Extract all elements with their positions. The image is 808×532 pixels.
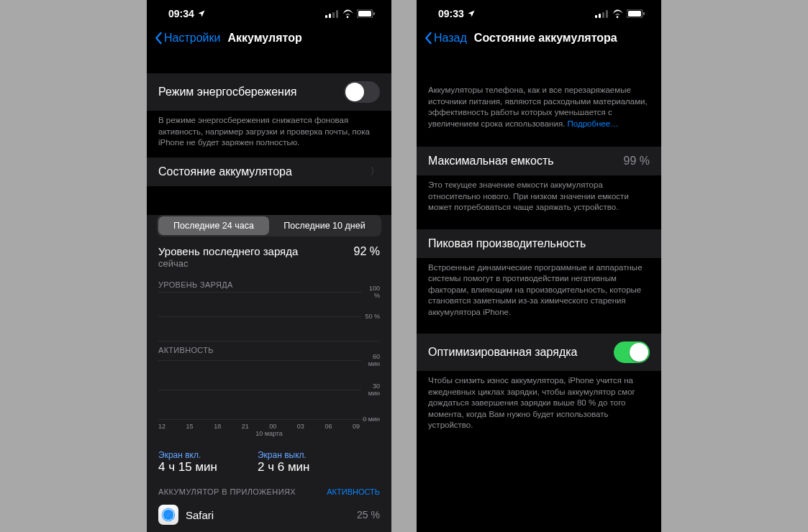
signal-icon <box>595 10 608 18</box>
chevron-left-icon <box>154 32 163 45</box>
screen-off-label: Экран выкл. <box>258 450 310 460</box>
low-power-mode-label: Режим энергосбережения <box>158 86 297 98</box>
svg-rect-12 <box>602 12 604 18</box>
svg-rect-11 <box>599 14 601 18</box>
svg-rect-6 <box>373 12 375 15</box>
signal-icon <box>325 10 338 18</box>
svg-rect-10 <box>595 15 597 18</box>
chevron-left-icon <box>424 32 432 45</box>
svg-rect-13 <box>606 10 608 18</box>
status-time: 09:34 <box>168 8 194 19</box>
screen-off-value: 2 ч 6 мин <box>258 460 310 474</box>
status-bar: 09:34 <box>147 0 391 23</box>
svg-rect-16 <box>643 12 645 15</box>
screen-on-label: Экран вкл. <box>158 450 217 460</box>
peak-performance-description: Встроенные динамические программные и ап… <box>417 258 661 327</box>
activity-chart-label: АКТИВНОСТЬ <box>158 341 380 357</box>
low-power-mode-description: В режиме энергосбережения снижается фоно… <box>147 111 391 157</box>
activity-link[interactable]: АКТИВНОСТЬ <box>327 487 380 496</box>
chart-x-axis-sub: 10 марта <box>158 430 380 443</box>
svg-rect-15 <box>628 11 641 17</box>
learn-more-link[interactable]: Подробнее… <box>568 119 619 128</box>
back-button[interactable]: Назад <box>424 32 467 45</box>
svg-rect-0 <box>325 15 327 18</box>
location-icon <box>197 9 206 18</box>
svg-rect-5 <box>358 11 371 17</box>
max-capacity-description: Это текущее значение емкости аккумулятор… <box>417 175 661 222</box>
svg-rect-2 <box>332 12 335 18</box>
apps-header: АККУМУЛЯТОР В ПРИЛОЖЕНИЯХ <box>158 487 296 496</box>
battery-health-label: Состояние аккумулятора <box>158 165 292 178</box>
safari-icon <box>158 505 178 525</box>
max-capacity-value: 99 % <box>624 155 650 168</box>
status-time: 09:33 <box>438 8 464 19</box>
back-button[interactable]: Настройки <box>154 32 220 45</box>
time-range-segmented-control[interactable]: Последние 24 часа Последние 10 дней <box>157 215 381 237</box>
location-icon <box>467 9 476 18</box>
battery-chart-label: УРОВЕНЬ ЗАРЯДА <box>158 276 380 292</box>
peak-performance-header: Пиковая производительность <box>417 229 661 258</box>
app-percentage: 25 % <box>357 509 380 520</box>
app-name: Safari <box>186 509 214 521</box>
battery-icon <box>627 9 645 18</box>
svg-point-9 <box>163 510 174 520</box>
last-charge-level-sub: сейчас <box>147 258 391 276</box>
last-charge-level-label: Уровень последнего заряда <box>158 245 298 259</box>
back-label: Настройки <box>164 32 220 45</box>
seg-24h[interactable]: Последние 24 часа <box>158 216 269 235</box>
nav-bar: Назад Состояние аккумулятора <box>417 23 661 52</box>
back-label: Назад <box>434 32 467 45</box>
last-charge-level-value: 92 % <box>354 245 380 258</box>
activity-chart: 60 мин 30 мин 0 мин <box>158 360 380 420</box>
optimized-charging-label: Оптимизированная зарядка <box>428 346 577 359</box>
optimized-charging-toggle[interactable] <box>614 341 650 363</box>
seg-10d[interactable]: Последние 10 дней <box>269 216 380 235</box>
low-power-mode-toggle[interactable] <box>344 81 380 103</box>
battery-icon <box>357 9 376 18</box>
screen-on-value: 4 ч 15 мин <box>158 460 217 474</box>
app-usage-row[interactable]: Safari 25 % <box>147 500 391 529</box>
wifi-icon <box>342 9 353 18</box>
battery-level-chart: 100 % 50 % <box>158 292 380 341</box>
page-title: Состояние аккумулятора <box>474 32 617 45</box>
chevron-right-icon: 〉 <box>370 165 380 178</box>
page-title: Аккумулятор <box>227 32 301 45</box>
max-capacity-label: Максимальная емкость <box>428 155 554 168</box>
max-capacity-row: Максимальная емкость 99 % <box>417 147 661 175</box>
svg-rect-3 <box>336 10 338 18</box>
svg-rect-1 <box>329 14 331 18</box>
battery-intro-text: Аккумуляторы телефона, как и все перезар… <box>417 81 661 138</box>
battery-health-screen: 09:33 Назад Состояние аккумулятора Аккум… <box>417 0 661 532</box>
chart-x-axis: 1215182100030609 <box>158 420 380 430</box>
battery-settings-screen: 09:34 Настройки Аккумулятор Режим энерго… <box>147 0 391 532</box>
wifi-icon <box>612 9 623 18</box>
status-bar: 09:33 <box>417 0 661 23</box>
low-power-mode-row[interactable]: Режим энергосбережения <box>147 73 391 111</box>
nav-bar: Настройки Аккумулятор <box>147 23 391 52</box>
battery-health-row[interactable]: Состояние аккумулятора 〉 <box>147 157 391 186</box>
optimized-charging-description: Чтобы снизить износ аккумулятора, iPhone… <box>417 371 661 440</box>
optimized-charging-row[interactable]: Оптимизированная зарядка <box>417 334 661 371</box>
